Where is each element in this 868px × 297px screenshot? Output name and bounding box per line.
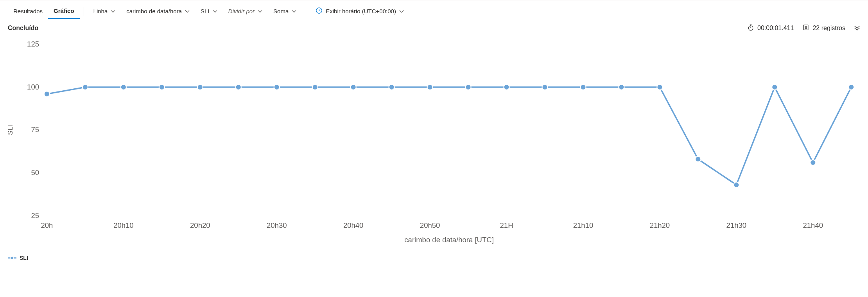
chevron-down-icon: [213, 9, 217, 14]
data-point[interactable]: [44, 91, 50, 97]
chevron-down-icon: [258, 9, 262, 14]
chart-legend: SLI: [0, 252, 868, 267]
data-point[interactable]: [351, 84, 356, 90]
data-point[interactable]: [542, 84, 547, 90]
x-tick-label: 21H: [500, 221, 513, 229]
data-point[interactable]: [733, 182, 739, 188]
data-point[interactable]: [312, 84, 318, 90]
record-count-value: 22 registros: [812, 25, 845, 32]
data-point[interactable]: [772, 84, 777, 90]
status-bar: Concluído 00:00:01.411: [0, 19, 868, 37]
y-tick-label: 25: [31, 211, 39, 220]
svg-point-4: [11, 256, 14, 259]
x-axis-field-dropdown[interactable]: carimbo de data/hora: [121, 5, 195, 17]
y-axis-field-label: SLI: [201, 8, 210, 14]
split-by-dropdown[interactable]: Dividir por: [223, 5, 268, 17]
x-tick-label: 21h30: [726, 221, 747, 229]
x-tick-label: 20h10: [113, 221, 134, 229]
chevron-down-icon: [185, 9, 190, 14]
query-duration: 00:00:01.411: [747, 24, 794, 32]
tab-results[interactable]: Resultados: [8, 4, 48, 18]
x-axis-field-label: carimbo de data/hora: [126, 8, 182, 14]
y-axis-title: SLI: [7, 125, 14, 135]
collapse-panel-button[interactable]: [854, 25, 860, 31]
data-point[interactable]: [427, 84, 432, 90]
data-point[interactable]: [389, 84, 395, 90]
data-point[interactable]: [236, 84, 241, 90]
x-tick-label: 20h20: [190, 221, 210, 229]
records-icon: [802, 24, 809, 32]
x-tick-label: 20h50: [420, 221, 440, 229]
x-axis-title: carimbo de data/hora [UTC]: [404, 236, 493, 244]
chart-type-dropdown[interactable]: Linha: [88, 5, 121, 17]
record-count: 22 registros: [802, 24, 845, 32]
data-point[interactable]: [657, 84, 662, 90]
x-tick-label: 21h20: [650, 221, 670, 229]
data-point[interactable]: [504, 84, 509, 90]
data-point[interactable]: [580, 84, 586, 90]
line-chart[interactable]: 255075100125SLI20h20h1020h2020h3020h4020…: [2, 39, 860, 250]
data-point[interactable]: [810, 160, 816, 165]
status-title: Concluído: [8, 25, 38, 32]
query-duration-value: 00:00:01.411: [757, 25, 794, 32]
y-tick-label: 100: [27, 83, 39, 91]
data-point[interactable]: [159, 84, 165, 90]
data-point[interactable]: [465, 84, 471, 90]
chevron-down-icon: [111, 9, 115, 14]
x-tick-label: 20h30: [267, 221, 287, 229]
chart-toolbar: Resultados Gráfico Linha carimbo de data…: [0, 0, 868, 19]
data-point[interactable]: [197, 84, 203, 90]
clock-icon: [316, 7, 323, 15]
data-point[interactable]: [82, 84, 88, 90]
data-point[interactable]: [619, 84, 624, 90]
data-point[interactable]: [121, 84, 126, 90]
aggregate-dropdown[interactable]: Soma: [268, 5, 302, 17]
data-point[interactable]: [848, 84, 854, 90]
data-point[interactable]: [274, 84, 280, 90]
data-point[interactable]: [695, 156, 701, 162]
chevron-down-icon: [292, 9, 296, 14]
query-results-panel: Resultados Gráfico Linha carimbo de data…: [0, 0, 868, 267]
series-line: [47, 87, 851, 185]
timezone-label: Exibir horário (UTC+00:00): [326, 8, 396, 14]
timezone-dropdown[interactable]: Exibir horário (UTC+00:00): [310, 5, 409, 18]
x-tick-label: 20h40: [343, 221, 364, 229]
legend-series-label: SLI: [20, 255, 28, 261]
aggregate-label: Soma: [273, 8, 289, 14]
chart-type-label: Linha: [93, 8, 108, 14]
y-tick-label: 50: [31, 168, 39, 177]
x-tick-label: 20h: [41, 221, 53, 229]
stopwatch-icon: [747, 24, 754, 32]
y-axis-field-dropdown[interactable]: SLI: [195, 5, 223, 17]
chart-area: 255075100125SLI20h20h1020h2020h3020h4020…: [0, 37, 868, 252]
tab-chart[interactable]: Gráfico: [48, 4, 80, 19]
x-tick-label: 21h10: [573, 221, 594, 229]
svg-point-1: [748, 26, 753, 30]
x-tick-label: 21h40: [803, 221, 823, 229]
split-by-label: Dividir por: [228, 8, 255, 14]
y-tick-label: 75: [31, 125, 39, 134]
legend-swatch: [8, 256, 16, 260]
toolbar-separator: [306, 7, 306, 16]
y-tick-label: 125: [27, 40, 39, 48]
toolbar-separator: [84, 7, 84, 16]
chevron-down-icon: [399, 9, 404, 14]
